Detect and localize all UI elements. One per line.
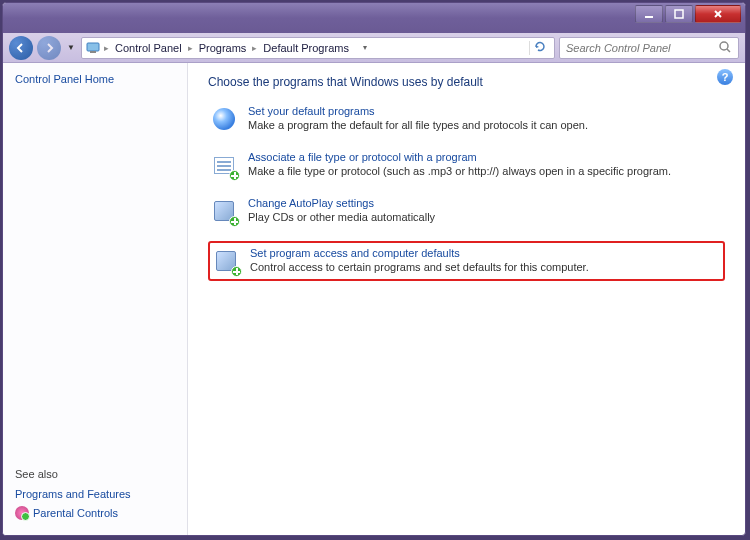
breadcrumb-item[interactable]: Default Programs xyxy=(261,42,351,54)
address-bar: ▼ ▸ Control Panel ▸ Programs ▸ Default P… xyxy=(3,33,745,63)
svg-line-7 xyxy=(727,49,730,52)
item-description: Make a program the default for all file … xyxy=(248,119,588,131)
page-heading: Choose the programs that Windows uses by… xyxy=(208,75,725,89)
see-also-heading: See also xyxy=(15,468,58,480)
svg-rect-5 xyxy=(90,51,96,53)
set-program-access-link[interactable]: Set program access and computer defaults xyxy=(250,247,721,259)
help-icon[interactable]: ? xyxy=(717,69,733,85)
program-access-icon xyxy=(212,247,240,275)
associate-file-type-link[interactable]: Associate a file type or protocol with a… xyxy=(248,151,723,163)
item-description: Control access to certain programs and s… xyxy=(250,261,589,273)
item-associate-file-type: Associate a file type or protocol with a… xyxy=(208,149,725,181)
programs-and-features-link[interactable]: Programs and Features xyxy=(15,488,131,500)
associate-icon xyxy=(210,151,238,179)
breadcrumb-separator: ▸ xyxy=(252,43,257,53)
item-set-default-programs: Set your default programs Make a program… xyxy=(208,103,725,135)
breadcrumb-separator: ▸ xyxy=(104,43,109,53)
refresh-button[interactable] xyxy=(529,41,550,55)
location-bar[interactable]: ▸ Control Panel ▸ Programs ▸ Default Pro… xyxy=(81,37,555,59)
main-content: ? Choose the programs that Windows uses … xyxy=(188,63,745,535)
default-programs-icon xyxy=(210,105,238,133)
forward-button[interactable] xyxy=(37,36,61,60)
item-description: Make a file type or protocol (such as .m… xyxy=(248,165,671,177)
item-description: Play CDs or other media automatically xyxy=(248,211,435,223)
window-buttons xyxy=(635,5,741,23)
maximize-button[interactable] xyxy=(665,5,693,23)
svg-rect-1 xyxy=(675,10,683,18)
item-change-autoplay: Change AutoPlay settings Play CDs or oth… xyxy=(208,195,725,227)
control-panel-home-link[interactable]: Control Panel Home xyxy=(15,73,175,85)
window: ▼ ▸ Control Panel ▸ Programs ▸ Default P… xyxy=(2,2,746,536)
set-default-programs-link[interactable]: Set your default programs xyxy=(248,105,723,117)
parental-controls-icon xyxy=(15,506,29,520)
breadcrumb-separator: ▸ xyxy=(188,43,193,53)
item-set-program-access: Set program access and computer defaults… xyxy=(208,241,725,281)
minimize-button[interactable] xyxy=(635,5,663,23)
control-panel-icon xyxy=(86,40,100,56)
breadcrumb-item[interactable]: Programs xyxy=(197,42,249,54)
change-autoplay-link[interactable]: Change AutoPlay settings xyxy=(248,197,723,209)
breadcrumb-item[interactable]: Control Panel xyxy=(113,42,184,54)
parental-controls-label: Parental Controls xyxy=(33,507,118,519)
titlebar xyxy=(3,3,745,33)
svg-point-6 xyxy=(720,42,728,50)
body: Control Panel Home See also Programs and… xyxy=(3,63,745,535)
search-input[interactable] xyxy=(566,42,714,54)
search-icon[interactable] xyxy=(718,40,732,56)
sidebar: Control Panel Home See also Programs and… xyxy=(3,63,188,535)
back-button[interactable] xyxy=(9,36,33,60)
nav-history-dropdown[interactable]: ▼ xyxy=(65,36,77,60)
location-dropdown[interactable]: ▾ xyxy=(355,43,367,52)
parental-controls-link[interactable]: Parental Controls xyxy=(15,506,118,520)
autoplay-icon xyxy=(210,197,238,225)
search-box[interactable] xyxy=(559,37,739,59)
svg-rect-4 xyxy=(87,43,99,51)
close-button[interactable] xyxy=(695,5,741,23)
